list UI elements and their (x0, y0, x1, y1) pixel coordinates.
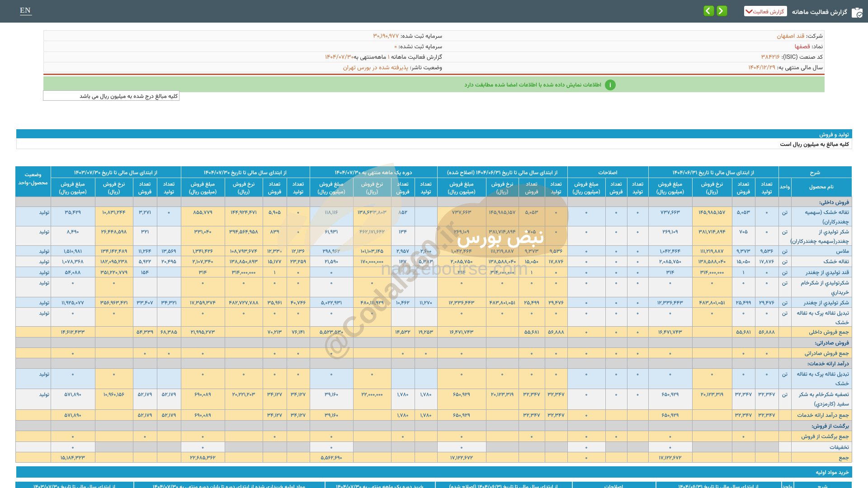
svg-text:@Codal360.ir: @Codal360.ir (314, 213, 467, 366)
